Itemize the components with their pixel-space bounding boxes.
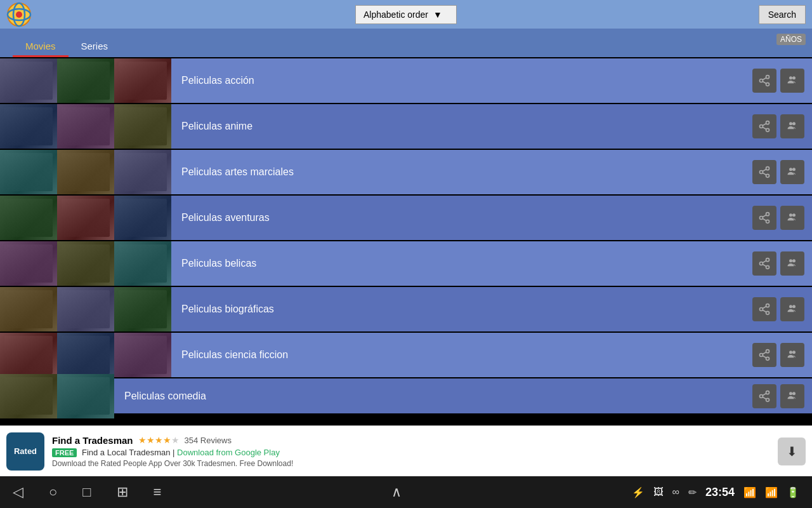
group-button[interactable] xyxy=(780,114,804,138)
ad-line2-text: Find a Local Tradesman | xyxy=(82,448,174,457)
svg-point-3 xyxy=(16,11,22,18)
bottom-nav-right: ⚡ 🖼 ∞ ✏ 23:54 📶 📶 🔋 xyxy=(632,486,799,499)
category-thumbnails xyxy=(0,287,171,331)
group-button[interactable] xyxy=(780,251,804,276)
ad-title-row: Find a Tradesman ★★★★★ 354 Reviews xyxy=(52,435,770,446)
sort-dropdown[interactable]: Alphabetic order ▼ xyxy=(355,5,457,24)
svg-point-46 xyxy=(766,350,769,353)
category-actions xyxy=(752,114,812,138)
svg-point-59 xyxy=(792,392,796,395)
svg-line-36 xyxy=(763,260,766,262)
overflow-icon[interactable]: ≡ xyxy=(154,484,162,500)
thumbnail xyxy=(0,196,57,240)
search-button[interactable]: Search xyxy=(759,5,806,24)
svg-point-47 xyxy=(760,354,763,357)
ad-icon-label: Rated xyxy=(14,446,37,456)
share-button[interactable] xyxy=(752,69,776,93)
share-button[interactable] xyxy=(752,160,776,184)
svg-point-20 xyxy=(766,174,769,177)
category-actions xyxy=(752,69,812,93)
ad-free-badge: FREE xyxy=(52,448,77,457)
share-button[interactable] xyxy=(752,384,776,408)
category-row[interactable]: Peliculas acción xyxy=(0,58,812,103)
app-logo xyxy=(6,2,32,27)
group-button[interactable] xyxy=(780,384,804,408)
group-button[interactable] xyxy=(780,69,804,93)
thumbnail xyxy=(114,287,171,331)
back-icon[interactable]: ◁ xyxy=(13,484,23,500)
thumbnail xyxy=(57,196,114,240)
ad-banner: Rated Find a Tradesman ★★★★★ 354 Reviews… xyxy=(0,425,812,476)
anos-badge[interactable]: AÑOS xyxy=(776,34,806,45)
svg-line-21 xyxy=(763,173,766,175)
svg-point-34 xyxy=(766,265,769,269)
category-actions xyxy=(752,297,812,321)
content-area: Peliculas acciónPeliculas animePeliculas… xyxy=(0,57,812,425)
svg-point-53 xyxy=(766,391,769,394)
ad-reviews: 354 Reviews xyxy=(185,436,232,445)
svg-point-41 xyxy=(766,311,769,314)
thumbnail xyxy=(0,150,57,194)
svg-point-44 xyxy=(789,305,792,308)
ad-line2: FREE Find a Local Tradesman | Download f… xyxy=(52,448,770,457)
category-row[interactable]: Peliculas aventuras xyxy=(0,196,812,240)
category-row[interactable]: Peliculas artes marciales xyxy=(0,150,812,194)
svg-line-29 xyxy=(763,215,766,217)
thumbnail xyxy=(114,241,171,286)
category-label: Peliculas artes marciales xyxy=(171,166,752,178)
share-button[interactable] xyxy=(752,114,776,138)
category-row[interactable]: Peliculas ciencia ficcion xyxy=(0,333,812,377)
category-row[interactable]: Peliculas anime xyxy=(0,104,812,149)
category-thumbnails xyxy=(0,58,171,103)
thumbnail xyxy=(114,196,171,240)
group-button[interactable] xyxy=(780,343,804,367)
svg-point-58 xyxy=(789,392,792,395)
ad-download-link[interactable]: Download from Google Play xyxy=(177,448,280,457)
thumbnail xyxy=(57,104,114,149)
category-label: Peliculas belicas xyxy=(171,258,752,269)
home-icon[interactable]: ○ xyxy=(49,484,57,500)
share-button[interactable] xyxy=(752,251,776,276)
svg-point-16 xyxy=(789,122,792,125)
ad-download-button[interactable]: ⬇ xyxy=(778,438,806,465)
category-label: Peliculas biográficas xyxy=(171,304,752,315)
share-button[interactable] xyxy=(752,206,776,230)
category-actions xyxy=(752,343,812,367)
category-label: Peliculas ciencia ficcion xyxy=(171,349,752,361)
wifi-icon: 📶 xyxy=(743,486,756,498)
share-button[interactable] xyxy=(752,343,776,367)
svg-point-48 xyxy=(766,357,769,360)
category-actions xyxy=(752,206,812,230)
share-button[interactable] xyxy=(752,297,776,321)
top-bar: Alphabetic order ▼ Search xyxy=(0,0,812,29)
signal-icon: 📶 xyxy=(765,486,778,498)
qr-icon[interactable]: ⊞ xyxy=(117,484,128,500)
thumbnail xyxy=(57,58,114,103)
category-row[interactable]: Peliculas comedia xyxy=(0,378,812,413)
group-button[interactable] xyxy=(780,206,804,230)
thumbnail xyxy=(57,333,114,377)
thumbnail xyxy=(0,333,57,377)
tab-movies[interactable]: Movies xyxy=(13,37,69,57)
recent-apps-icon[interactable]: □ xyxy=(82,484,91,500)
category-thumbnails xyxy=(0,150,171,194)
group-button[interactable] xyxy=(780,160,804,184)
up-icon[interactable]: ∧ xyxy=(391,484,402,500)
svg-line-56 xyxy=(763,397,766,399)
category-row[interactable]: Peliculas belicas xyxy=(0,241,812,286)
svg-point-30 xyxy=(789,213,792,217)
category-thumbnails xyxy=(0,241,171,286)
category-thumbnails xyxy=(0,374,114,418)
nav-tabs: Movies Series AÑOS xyxy=(0,29,812,57)
thumbnail xyxy=(114,58,171,103)
svg-point-32 xyxy=(766,258,769,262)
link-icon: ∞ xyxy=(672,486,679,498)
category-row[interactable]: Peliculas biográficas xyxy=(0,287,812,331)
bottom-nav-left: ◁ ○ □ ⊞ ≡ xyxy=(13,484,161,500)
category-label: Peliculas acción xyxy=(171,75,752,86)
svg-point-10 xyxy=(792,76,796,79)
svg-line-8 xyxy=(763,77,766,79)
tab-series[interactable]: Series xyxy=(69,37,121,57)
svg-point-12 xyxy=(760,125,763,128)
group-button[interactable] xyxy=(780,297,804,321)
